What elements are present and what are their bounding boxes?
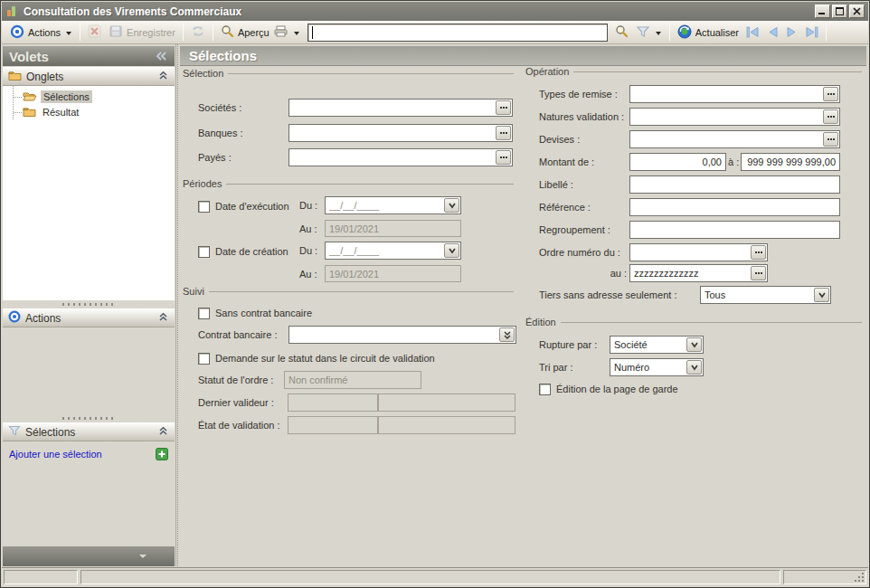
combo-arrow-button[interactable] xyxy=(686,337,702,352)
collapse-section-icon[interactable] xyxy=(157,71,169,83)
tree-line xyxy=(13,86,14,119)
devises-browse-button[interactable] xyxy=(823,132,838,147)
reference-row: Référence : xyxy=(539,198,591,216)
au-label: Au : xyxy=(299,223,317,234)
add-selection-link[interactable]: Ajouter une sélection xyxy=(9,449,102,460)
search-button[interactable] xyxy=(611,23,632,42)
rupture-combo[interactable]: Société xyxy=(610,336,704,354)
ordre-du-input[interactable] xyxy=(629,243,768,261)
dernier-valideur-label: Dernier valideur : xyxy=(198,397,274,408)
close-button[interactable] xyxy=(849,5,865,18)
actions-menu-button[interactable]: Actions xyxy=(6,23,76,43)
combo-double-arrow-button[interactable] xyxy=(499,327,515,342)
libelle-input[interactable] xyxy=(629,175,840,194)
nav-last-button[interactable] xyxy=(801,24,822,40)
a-row: à : xyxy=(728,153,739,171)
tri-label: Tri par : xyxy=(539,362,573,373)
dernier-valideur-input-2 xyxy=(378,394,515,412)
contrat-combo[interactable] xyxy=(288,326,516,344)
natures-input[interactable] xyxy=(629,108,840,126)
toolbar-separator xyxy=(669,24,670,41)
societes-input[interactable] xyxy=(288,99,513,117)
preview-button[interactable]: Aperçu xyxy=(217,23,304,42)
montant-min-input[interactable]: 0,00 xyxy=(629,153,726,171)
statusbar xyxy=(2,567,868,586)
montant-max-input[interactable]: 999 999 999 999,00 xyxy=(741,153,840,171)
section-header-actions[interactable]: Actions xyxy=(3,308,175,327)
types-remise-input[interactable] xyxy=(629,85,840,103)
chevron-down-icon xyxy=(448,247,457,254)
payes-input[interactable] xyxy=(288,148,513,166)
ordre-au-input[interactable]: zzzzzzzzzzzzz xyxy=(629,264,768,282)
collapse-section-icon[interactable] xyxy=(157,312,169,325)
sans-contrat-checkbox[interactable] xyxy=(198,308,210,319)
resize-grip[interactable] xyxy=(854,572,865,583)
date-creation-checkbox[interactable] xyxy=(198,246,210,258)
panel-splitter[interactable] xyxy=(177,44,179,566)
collapse-section-icon[interactable] xyxy=(157,426,169,439)
group-line xyxy=(209,291,514,292)
sidebar-splitter[interactable] xyxy=(3,414,175,422)
folder-icon xyxy=(23,106,36,119)
group-periodes-label: Périodes xyxy=(183,178,222,189)
page-garde-label: Édition de la page de garde xyxy=(556,384,678,394)
chevron-down-icon xyxy=(690,341,699,348)
combo-arrow-button[interactable] xyxy=(814,288,829,302)
devises-input[interactable] xyxy=(629,130,840,148)
combo-arrow-button[interactable] xyxy=(444,198,459,213)
tiers-combo[interactable]: Tous xyxy=(700,286,831,304)
tree-item-resultat[interactable]: Résultat xyxy=(23,105,81,119)
page-garde-checkbox[interactable] xyxy=(539,384,551,395)
natures-browse-button[interactable] xyxy=(823,109,838,124)
sidebar-splitter[interactable] xyxy=(3,300,175,308)
nav-first-button[interactable] xyxy=(742,24,763,40)
maximize-button[interactable] xyxy=(832,5,847,18)
date-creation-du-combo[interactable]: __/__/____ xyxy=(325,242,461,260)
tree-item-selections[interactable]: Sélections xyxy=(23,90,92,104)
refresh-button[interactable]: Actualiser xyxy=(674,23,742,43)
demande-statut-checkbox[interactable] xyxy=(198,353,210,365)
ordre-au-browse-button[interactable] xyxy=(751,266,766,280)
text-caret xyxy=(312,26,313,39)
payes-row: Payés : xyxy=(198,148,232,166)
search-input[interactable] xyxy=(308,24,607,41)
contrat-row: Contrat bancaire : xyxy=(198,326,277,344)
print-dropdown-icon[interactable] xyxy=(293,27,300,38)
combo-arrow-button[interactable] xyxy=(444,243,459,258)
tree-item-label: Résultat xyxy=(40,106,81,119)
date-execution-row: Date d'exécution xyxy=(198,197,289,215)
filter-dropdown-icon[interactable] xyxy=(655,27,662,38)
collapse-panel-icon[interactable] xyxy=(155,49,168,64)
tri-row: Tri par : xyxy=(539,358,573,376)
minimize-button[interactable] xyxy=(815,5,830,18)
group-suivi-label: Suivi xyxy=(183,286,204,297)
payes-browse-button[interactable] xyxy=(496,150,511,165)
ordre-du-browse-button[interactable] xyxy=(751,245,766,260)
reference-input[interactable] xyxy=(629,198,840,216)
ellipsis-icon xyxy=(500,132,507,134)
preview-label: Aperçu xyxy=(238,27,270,38)
nav-prev-button[interactable] xyxy=(763,24,782,40)
search-icon xyxy=(615,24,629,40)
section-header-onglets[interactable]: Onglets xyxy=(3,67,175,86)
save-button[interactable]: Enregistrer xyxy=(105,23,179,42)
open-folder-icon xyxy=(23,90,37,103)
combo-arrow-button[interactable] xyxy=(686,360,702,375)
tri-combo[interactable]: Numéro xyxy=(610,358,704,376)
statusbar-cell xyxy=(4,570,78,584)
sync-button[interactable] xyxy=(187,23,209,42)
delete-button[interactable] xyxy=(84,23,105,42)
date-execution-du-combo[interactable]: __/__/____ xyxy=(325,196,461,214)
sidebar-bottom-bar[interactable] xyxy=(3,546,175,566)
types-remise-browse-button[interactable] xyxy=(823,87,838,101)
societes-browse-button[interactable] xyxy=(496,100,511,115)
nav-next-button[interactable] xyxy=(782,24,801,40)
regroupement-input[interactable] xyxy=(629,221,840,239)
section-header-selections[interactable]: Sélections xyxy=(3,422,175,441)
banques-input[interactable] xyxy=(288,124,513,142)
devises-label: Devises : xyxy=(539,134,580,145)
date-execution-checkbox[interactable] xyxy=(198,201,210,213)
banques-browse-button[interactable] xyxy=(496,126,511,140)
add-plus-icon[interactable] xyxy=(156,448,168,460)
filter-button[interactable] xyxy=(632,24,666,42)
